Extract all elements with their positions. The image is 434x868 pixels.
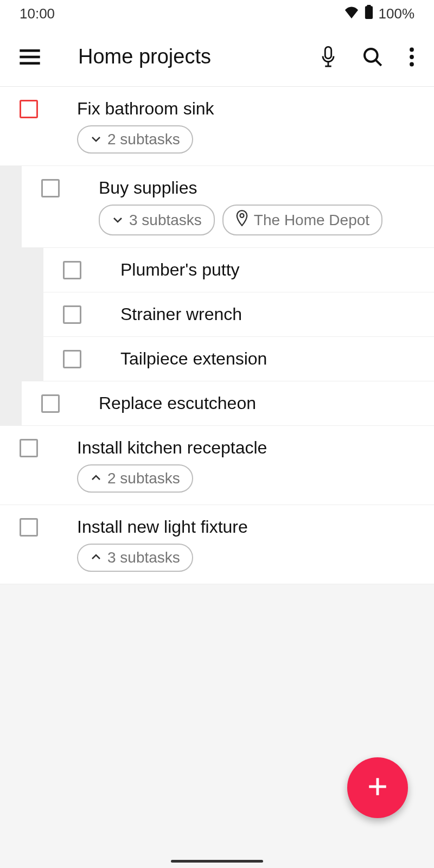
task-title: Strainer wrench <box>120 304 434 324</box>
task-content: Fix bathroom sink2 subtasks <box>77 99 434 154</box>
task-checkbox[interactable] <box>20 518 38 537</box>
microphone-icon[interactable] <box>320 46 336 68</box>
chips: 2 subtasks <box>77 125 434 154</box>
task-content: Strainer wrench <box>120 304 434 324</box>
subtasks-chip[interactable]: 2 subtasks <box>77 125 193 154</box>
svg-point-13 <box>240 214 244 218</box>
task-row[interactable]: Plumber's putty <box>43 248 434 292</box>
task-title: Replace escutcheon <box>99 393 434 413</box>
task-content: Install kitchen receptacle2 subtasks <box>77 438 434 493</box>
subtasks-chip-label: 2 subtasks <box>107 131 180 148</box>
chips: 3 subtasksThe Home Depot <box>99 205 434 235</box>
location-chip-label: The Home Depot <box>254 212 369 229</box>
status-right: 100% <box>344 5 415 23</box>
page-title: Home projects <box>78 45 320 68</box>
search-icon[interactable] <box>362 47 383 67</box>
task-row[interactable]: Install new light fixture3 subtasks <box>0 505 434 584</box>
task-title: Fix bathroom sink <box>77 99 434 119</box>
task-checkbox[interactable] <box>63 261 81 279</box>
svg-rect-5 <box>325 47 331 58</box>
task-content: Replace escutcheon <box>99 393 434 413</box>
svg-rect-2 <box>20 49 40 52</box>
wifi-icon <box>344 5 359 22</box>
task-title: Buy supplies <box>99 178 434 198</box>
battery-icon <box>365 5 373 23</box>
app-bar: Home projects <box>0 27 434 87</box>
svg-point-11 <box>410 55 414 59</box>
subtasks-chip[interactable]: 3 subtasks <box>99 205 215 235</box>
chevron-down-icon <box>112 212 124 229</box>
task-content: Install new light fixture3 subtasks <box>77 517 434 572</box>
task-checkbox[interactable] <box>41 179 60 197</box>
subtasks-chip-label: 2 subtasks <box>107 470 180 487</box>
task-row[interactable]: Fix bathroom sink2 subtasks <box>0 87 434 166</box>
task-row[interactable]: Install kitchen receptacle2 subtasks <box>0 426 434 505</box>
task-title: Install new light fixture <box>77 517 434 537</box>
task-row[interactable]: Strainer wrench <box>43 292 434 337</box>
svg-line-9 <box>376 60 381 65</box>
location-chip[interactable]: The Home Depot <box>222 205 382 235</box>
hamburger-icon[interactable] <box>20 49 40 65</box>
task-checkbox[interactable] <box>63 305 81 324</box>
svg-point-12 <box>410 62 414 66</box>
svg-rect-1 <box>367 5 371 7</box>
status-time: 10:00 <box>20 5 55 22</box>
svg-rect-4 <box>20 62 40 65</box>
chips: 2 subtasks <box>77 464 434 493</box>
task-row[interactable]: Buy supplies3 subtasksThe Home Depot <box>22 166 434 248</box>
task-checkbox[interactable] <box>41 394 60 413</box>
task-row[interactable]: Tailpiece extension <box>43 337 434 381</box>
task-checkbox[interactable] <box>20 100 38 118</box>
task-title: Tailpiece extension <box>120 349 434 369</box>
chips: 3 subtasks <box>77 544 434 572</box>
subtasks-chip-label: 3 subtasks <box>129 212 202 229</box>
battery-percent: 100% <box>379 5 415 22</box>
task-content: Buy supplies3 subtasksThe Home Depot <box>99 178 434 235</box>
task-content: Plumber's putty <box>120 260 434 280</box>
nav-handle[interactable] <box>171 860 263 863</box>
subtasks-chip[interactable]: 2 subtasks <box>77 464 193 493</box>
location-pin-icon <box>235 210 248 230</box>
plus-icon <box>366 775 389 800</box>
task-row[interactable]: Replace escutcheon <box>22 381 434 426</box>
subtasks-chip-label: 3 subtasks <box>107 549 180 566</box>
svg-point-10 <box>410 47 414 52</box>
svg-rect-3 <box>20 55 40 58</box>
task-checkbox[interactable] <box>63 350 81 368</box>
task-content: Tailpiece extension <box>120 349 434 369</box>
chevron-down-icon <box>90 131 102 148</box>
svg-point-8 <box>365 48 378 61</box>
add-task-fab[interactable] <box>347 757 408 818</box>
subtasks-chip[interactable]: 3 subtasks <box>77 544 193 572</box>
more-vert-icon[interactable] <box>409 47 414 67</box>
chevron-up-icon <box>90 470 102 487</box>
svg-rect-0 <box>365 6 372 19</box>
task-title: Install kitchen receptacle <box>77 438 434 458</box>
task-checkbox[interactable] <box>20 439 38 457</box>
task-list-container: Fix bathroom sink2 subtasksBuy supplies3… <box>0 87 434 584</box>
status-bar: 10:00 100% <box>0 0 434 27</box>
chevron-up-icon <box>90 549 102 566</box>
task-title: Plumber's putty <box>120 260 434 280</box>
